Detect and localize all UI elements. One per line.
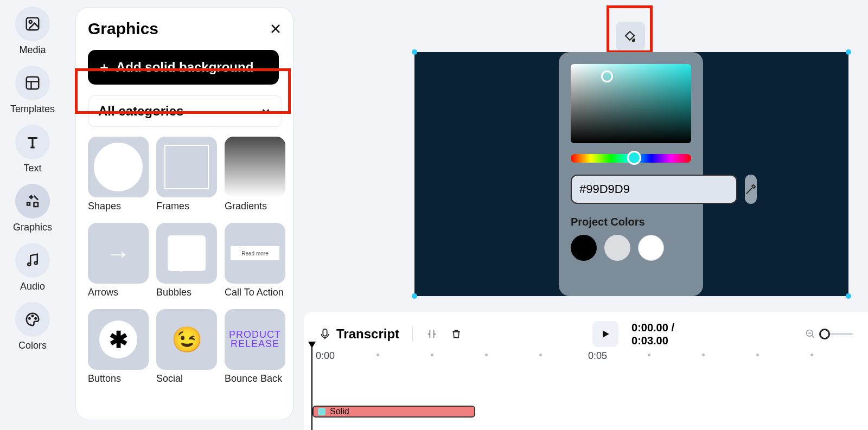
close-icon[interactable] xyxy=(269,22,282,35)
sidebar-item-label: Templates xyxy=(10,104,55,115)
svg-rect-2 xyxy=(27,77,39,89)
timeline-ruler[interactable]: 0:00 0:05 xyxy=(311,351,860,365)
swatch[interactable] xyxy=(604,235,630,261)
sidebar-item-media[interactable]: Media xyxy=(15,7,50,56)
categories-dropdown[interactable]: All categories xyxy=(88,95,282,127)
saturation-cursor[interactable] xyxy=(601,70,613,82)
categories-label: All categories xyxy=(98,104,183,119)
sidebar-item-templates[interactable]: Templates xyxy=(10,66,55,115)
card-arrows[interactable]: → Arrows xyxy=(88,223,149,298)
card-social[interactable]: 😉 Social xyxy=(156,309,217,384)
eyedropper-icon xyxy=(745,183,757,195)
sidebar-item-label: Colors xyxy=(18,340,47,351)
play-button[interactable] xyxy=(592,321,618,347)
svg-point-6 xyxy=(32,316,34,317)
hue-thumb[interactable] xyxy=(627,151,641,165)
hue-slider[interactable] xyxy=(571,154,691,163)
templates-icon xyxy=(15,66,50,100)
panel-title: Graphics xyxy=(88,20,158,38)
hex-input[interactable] xyxy=(571,175,737,204)
plus-icon: ＋ xyxy=(98,59,111,76)
sidebar-item-label: Audio xyxy=(20,281,45,292)
play-icon xyxy=(600,329,611,339)
sidebar-item-colors[interactable]: Colors xyxy=(15,302,50,351)
card-buttons[interactable]: ✱ Buttons xyxy=(88,309,149,384)
add-bg-label: Add solid background xyxy=(116,60,253,75)
add-solid-background-button[interactable]: ＋ Add solid background xyxy=(88,50,279,85)
graphics-panel: Graphics ＋ Add solid background All cate… xyxy=(76,8,293,420)
project-color-swatches xyxy=(571,235,691,261)
sidebar-item-graphics[interactable]: Graphics xyxy=(13,184,52,233)
sidebar-item-audio[interactable]: Audio xyxy=(15,243,50,292)
playhead[interactable] xyxy=(311,346,312,430)
svg-point-1 xyxy=(29,21,32,23)
split-button[interactable] xyxy=(426,328,438,340)
graphics-icon xyxy=(15,184,50,219)
timeline: Transcript 0:00.00 / 0:03.00 0:00 xyxy=(304,312,868,430)
eyedropper-button[interactable] xyxy=(745,175,757,204)
swatch[interactable] xyxy=(638,235,664,261)
zoom-out-icon xyxy=(805,329,816,339)
svg-point-4 xyxy=(35,262,37,265)
fill-color-button[interactable] xyxy=(616,22,645,51)
card-bubbles[interactable]: Bubbles xyxy=(156,223,217,298)
sidebar-item-text[interactable]: Text xyxy=(15,125,50,174)
media-icon xyxy=(15,7,50,41)
color-picker: Project Colors xyxy=(559,52,703,296)
audio-icon xyxy=(15,243,50,278)
timeline-clip-solid[interactable]: Solid xyxy=(312,406,475,418)
card-frames[interactable]: Frames xyxy=(156,137,217,212)
sidebar-item-label: Graphics xyxy=(13,222,52,233)
card-bounce-back[interactable]: PRODUCT RELEASE Bounce Back xyxy=(225,309,285,384)
card-shapes[interactable]: Shapes xyxy=(88,137,149,212)
project-colors-title: Project Colors xyxy=(571,216,691,228)
clip-color-chip xyxy=(318,408,326,415)
sidebar-item-label: Media xyxy=(19,44,46,56)
card-gradients[interactable]: Gradients xyxy=(225,137,285,212)
paint-bucket-icon xyxy=(624,30,637,43)
delete-button[interactable] xyxy=(451,328,462,340)
swatch[interactable] xyxy=(571,235,597,261)
svg-rect-0 xyxy=(27,18,39,30)
colors-icon xyxy=(15,302,50,337)
svg-rect-8 xyxy=(323,329,327,336)
transcript-button[interactable]: Transcript xyxy=(319,326,399,342)
time-display: 0:00.00 / 0:03.00 xyxy=(631,321,674,347)
zoom-control[interactable] xyxy=(805,329,853,339)
chevron-down-icon xyxy=(260,105,272,117)
sidebar-item-label: Text xyxy=(23,163,41,174)
text-icon xyxy=(15,125,50,159)
saturation-area[interactable] xyxy=(571,64,691,143)
graphics-grid: Shapes Frames Gradients → Arrows Bubbles… xyxy=(88,137,282,384)
svg-point-3 xyxy=(28,263,30,266)
sidebar: Media Templates Text Graphics Audio Colo… xyxy=(0,0,65,430)
svg-point-7 xyxy=(35,318,36,319)
svg-point-5 xyxy=(29,318,30,319)
card-cta[interactable]: Read more Call To Action xyxy=(225,223,285,298)
transcript-icon xyxy=(319,328,331,340)
